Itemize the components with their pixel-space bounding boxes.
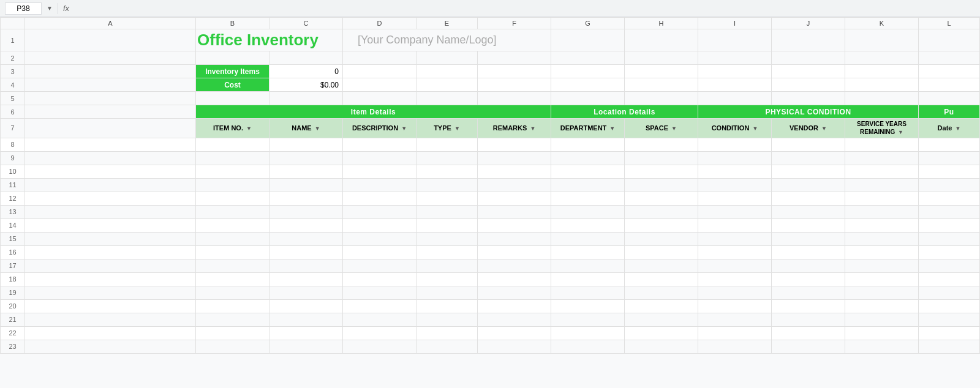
r8-a[interactable] [25,138,196,151]
r4-g [551,78,625,92]
cost-label: Cost [196,78,270,92]
r9-f[interactable] [478,151,551,165]
col-header-description[interactable]: DESCRIPTION ▼ [343,119,417,138]
row-num-10: 10 [1,165,25,178]
type-filter[interactable]: ▼ [454,125,460,132]
r9-k[interactable] [845,151,919,165]
col-header-c[interactable]: C [270,18,343,29]
data-row-14: 14 [1,218,980,232]
service-years-filter[interactable]: ▼ [898,129,903,135]
r3-h [625,65,698,78]
col-header-vendor[interactable]: VENDOR ▼ [772,119,845,138]
r9-c[interactable] [270,151,343,165]
row-num-18: 18 [1,272,25,286]
name-label: NAME [292,124,311,132]
company-placeholder-cell: [Your Company Name/Logo] [343,29,551,51]
col-header-i[interactable]: I [698,18,772,29]
inventory-items-value[interactable]: 0 [270,65,343,78]
description-filter[interactable]: ▼ [401,125,407,132]
title-col-a [25,29,196,51]
col-header-remarks[interactable]: REMARKS ▼ [478,119,551,138]
col-header-j[interactable]: J [772,18,845,29]
r9-d[interactable] [343,151,417,165]
col-header-h[interactable]: H [625,18,698,29]
r9-j[interactable] [772,151,845,165]
data-row-21: 21 [1,313,980,326]
col-header-f[interactable]: F [478,18,551,29]
col-header-l[interactable]: L [919,18,980,29]
r8-l[interactable] [919,138,980,151]
purchase-header: Pu [919,105,980,119]
title-h [698,29,772,51]
r4-f [478,78,551,92]
col-header-space[interactable]: SPACE ▼ [625,119,698,138]
row-num-11: 11 [1,178,25,192]
r8-b[interactable] [196,138,270,151]
col-header-a[interactable]: A [25,18,196,29]
row-num-21: 21 [1,313,25,326]
condition-filter[interactable]: ▼ [752,125,758,132]
r2-f [478,51,551,65]
description-label: DESCRIPTION [352,124,398,132]
row-num-14: 14 [1,218,25,232]
col-header-date[interactable]: Date ▼ [919,119,980,138]
r9-i[interactable] [698,151,772,165]
vendor-filter[interactable]: ▼ [821,125,827,132]
r8-d[interactable] [343,138,417,151]
col-header-d[interactable]: D [343,18,417,29]
r5-a [25,92,196,105]
col-header-e[interactable]: E [417,18,478,29]
col-header-g[interactable]: G [551,18,625,29]
r8-f[interactable] [478,138,551,151]
col-header-k[interactable]: K [845,18,919,29]
formula-input[interactable] [74,4,975,13]
data-row-19: 19 [1,286,980,299]
col-header-b[interactable]: B [196,18,270,29]
r4-d [343,78,417,92]
r9-g[interactable] [551,151,625,165]
r6-a [25,105,196,119]
r9-l[interactable] [919,151,980,165]
row-num-9: 9 [1,151,25,165]
r2-l [919,51,980,65]
r8-j[interactable] [772,138,845,151]
item-no-filter[interactable]: ▼ [246,125,252,132]
row-num-20: 20 [1,299,25,313]
r2-k [845,51,919,65]
r8-g[interactable] [551,138,625,151]
remarks-filter[interactable]: ▼ [530,125,535,132]
col-header-type[interactable]: TYPE ▼ [417,119,478,138]
r9-b[interactable] [196,151,270,165]
r9-h[interactable] [625,151,698,165]
name-filter[interactable]: ▼ [315,125,320,132]
col-header-condition[interactable]: CONDITION ▼ [698,119,772,138]
col-header-name[interactable]: NAME ▼ [270,119,343,138]
r8-k[interactable] [845,138,919,151]
r9-e[interactable] [417,151,478,165]
r3-e [417,65,478,78]
cell-reference[interactable]: P38 [5,2,42,15]
cell-ref-dropdown[interactable]: ▼ [47,5,53,12]
r8-i[interactable] [698,138,772,151]
department-filter[interactable]: ▼ [609,125,615,132]
row-num-5: 5 [1,92,25,105]
row-num-6: 6 [1,105,25,119]
r3-g [551,65,625,78]
main-title-cell: Office Inventory [196,29,343,51]
col-header-item-no[interactable]: ITEM NO. ▼ [196,119,270,138]
date-filter[interactable]: ▼ [955,125,960,132]
r9-a[interactable] [25,151,196,165]
r8-c[interactable] [270,138,343,151]
data-row-15: 15 [1,232,980,245]
col-header-department[interactable]: DEPARTMENT ▼ [551,119,625,138]
vendor-label: VENDOR [790,124,818,132]
cost-value[interactable]: $0.00 [270,78,343,92]
row-2: 2 [1,51,980,65]
col-header-service-years[interactable]: SERVICE YEARS REMAINING ▼ [845,119,919,138]
r8-h[interactable] [625,138,698,151]
r2-i [698,51,772,65]
r8-e[interactable] [417,138,478,151]
remarks-label: REMARKS [493,124,527,132]
space-filter[interactable]: ▼ [671,125,677,132]
data-row-13: 13 [1,205,980,218]
